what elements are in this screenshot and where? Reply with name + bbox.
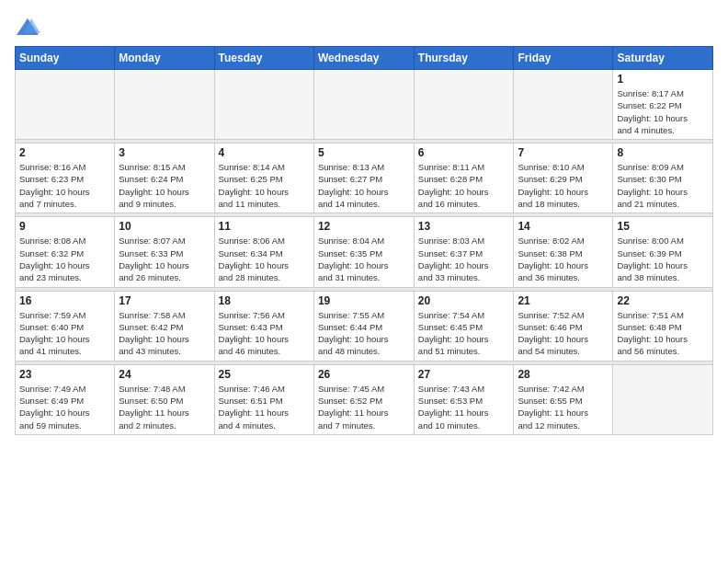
day-number: 27 — [418, 368, 510, 381]
calendar-cell — [313, 70, 414, 140]
calendar-cell: 20Sunrise: 7:54 AM Sunset: 6:45 PM Dayli… — [414, 291, 514, 361]
day-number: 10 — [119, 220, 210, 233]
calendar-cell: 27Sunrise: 7:43 AM Sunset: 6:53 PM Dayli… — [414, 364, 514, 434]
day-info: Sunrise: 7:49 AM Sunset: 6:49 PM Dayligh… — [19, 383, 110, 431]
day-info: Sunrise: 8:08 AM Sunset: 6:32 PM Dayligh… — [19, 235, 110, 283]
day-number: 3 — [119, 146, 210, 159]
day-number: 20 — [418, 294, 510, 307]
day-number: 26 — [318, 368, 410, 381]
day-number: 21 — [518, 294, 609, 307]
day-info: Sunrise: 7:52 AM Sunset: 6:46 PM Dayligh… — [518, 309, 609, 358]
page: SundayMondayTuesdayWednesdayThursdayFrid… — [0, 0, 728, 563]
day-info: Sunrise: 7:43 AM Sunset: 6:53 PM Dayligh… — [418, 383, 510, 431]
calendar-cell: 18Sunrise: 7:56 AM Sunset: 6:43 PM Dayli… — [214, 291, 313, 361]
day-info: Sunrise: 8:10 AM Sunset: 6:29 PM Dayligh… — [518, 161, 609, 210]
calendar-cell — [514, 70, 613, 140]
calendar-cell — [115, 70, 214, 140]
calendar-week-4: 16Sunrise: 7:59 AM Sunset: 6:40 PM Dayli… — [16, 291, 713, 361]
calendar-cell: 4Sunrise: 8:14 AM Sunset: 6:25 PM Daylig… — [214, 144, 313, 213]
day-number: 4 — [219, 146, 310, 159]
day-info: Sunrise: 7:59 AM Sunset: 6:40 PM Dayligh… — [19, 309, 110, 358]
day-info: Sunrise: 7:58 AM Sunset: 6:42 PM Dayligh… — [119, 309, 210, 358]
day-info: Sunrise: 7:55 AM Sunset: 6:44 PM Dayligh… — [318, 309, 410, 358]
calendar-cell — [16, 70, 115, 140]
calendar-cell: 21Sunrise: 7:52 AM Sunset: 6:46 PM Dayli… — [514, 291, 613, 361]
calendar-cell: 5Sunrise: 8:13 AM Sunset: 6:27 PM Daylig… — [313, 144, 414, 213]
day-number: 9 — [19, 220, 110, 233]
day-info: Sunrise: 8:16 AM Sunset: 6:23 PM Dayligh… — [19, 161, 110, 210]
day-info: Sunrise: 7:45 AM Sunset: 6:52 PM Dayligh… — [318, 383, 410, 431]
day-info: Sunrise: 8:13 AM Sunset: 6:27 PM Dayligh… — [318, 161, 410, 210]
calendar-cell: 11Sunrise: 8:06 AM Sunset: 6:34 PM Dayli… — [214, 217, 313, 287]
calendar-cell: 26Sunrise: 7:45 AM Sunset: 6:52 PM Dayli… — [313, 364, 414, 434]
weekday-header-tuesday: Tuesday — [214, 47, 313, 70]
calendar-table: SundayMondayTuesdayWednesdayThursdayFrid… — [15, 46, 713, 435]
logo-icon — [15, 15, 40, 40]
calendar-cell: 2Sunrise: 8:16 AM Sunset: 6:23 PM Daylig… — [16, 144, 115, 213]
calendar-cell: 8Sunrise: 8:09 AM Sunset: 6:30 PM Daylig… — [613, 144, 713, 213]
calendar-cell: 12Sunrise: 8:04 AM Sunset: 6:35 PM Dayli… — [313, 217, 414, 287]
calendar-cell: 25Sunrise: 7:46 AM Sunset: 6:51 PM Dayli… — [214, 364, 313, 434]
day-info: Sunrise: 8:15 AM Sunset: 6:24 PM Dayligh… — [119, 161, 210, 210]
calendar-cell: 14Sunrise: 8:02 AM Sunset: 6:38 PM Dayli… — [514, 217, 613, 287]
day-number: 1 — [617, 73, 709, 86]
calendar-cell — [214, 70, 313, 140]
day-number: 14 — [518, 220, 609, 233]
calendar-cell: 13Sunrise: 8:03 AM Sunset: 6:37 PM Dayli… — [414, 217, 514, 287]
day-number: 11 — [219, 220, 310, 233]
day-info: Sunrise: 7:42 AM Sunset: 6:55 PM Dayligh… — [518, 383, 609, 431]
day-number: 16 — [19, 294, 110, 307]
day-number: 15 — [617, 220, 709, 233]
day-info: Sunrise: 8:09 AM Sunset: 6:30 PM Dayligh… — [617, 161, 709, 210]
weekday-header-monday: Monday — [115, 47, 214, 70]
day-number: 8 — [617, 146, 709, 159]
calendar-cell: 17Sunrise: 7:58 AM Sunset: 6:42 PM Dayli… — [115, 291, 214, 361]
day-number: 22 — [617, 294, 709, 307]
calendar-cell: 7Sunrise: 8:10 AM Sunset: 6:29 PM Daylig… — [514, 144, 613, 213]
calendar-week-5: 23Sunrise: 7:49 AM Sunset: 6:49 PM Dayli… — [16, 364, 713, 434]
day-info: Sunrise: 7:46 AM Sunset: 6:51 PM Dayligh… — [219, 383, 310, 431]
day-number: 12 — [318, 220, 410, 233]
logo — [15, 15, 44, 40]
day-info: Sunrise: 8:14 AM Sunset: 6:25 PM Dayligh… — [219, 161, 310, 210]
weekday-header-saturday: Saturday — [613, 47, 713, 70]
day-number: 23 — [19, 368, 110, 381]
calendar-cell: 10Sunrise: 8:07 AM Sunset: 6:33 PM Dayli… — [115, 217, 214, 287]
day-info: Sunrise: 8:07 AM Sunset: 6:33 PM Dayligh… — [119, 235, 210, 283]
weekday-header-row: SundayMondayTuesdayWednesdayThursdayFrid… — [16, 47, 713, 70]
day-number: 17 — [119, 294, 210, 307]
calendar-cell: 28Sunrise: 7:42 AM Sunset: 6:55 PM Dayli… — [514, 364, 613, 434]
header — [15, 9, 713, 40]
day-info: Sunrise: 8:11 AM Sunset: 6:28 PM Dayligh… — [418, 161, 510, 210]
day-info: Sunrise: 8:00 AM Sunset: 6:39 PM Dayligh… — [617, 235, 709, 283]
day-number: 13 — [418, 220, 510, 233]
calendar-cell — [613, 364, 713, 434]
day-number: 6 — [418, 146, 510, 159]
calendar-cell: 24Sunrise: 7:48 AM Sunset: 6:50 PM Dayli… — [115, 364, 214, 434]
calendar-cell: 3Sunrise: 8:15 AM Sunset: 6:24 PM Daylig… — [115, 144, 214, 213]
calendar-cell — [414, 70, 514, 140]
calendar-week-2: 2Sunrise: 8:16 AM Sunset: 6:23 PM Daylig… — [16, 144, 713, 213]
day-number: 25 — [219, 368, 310, 381]
day-number: 18 — [219, 294, 310, 307]
calendar-cell: 22Sunrise: 7:51 AM Sunset: 6:48 PM Dayli… — [613, 291, 713, 361]
day-number: 28 — [518, 368, 609, 381]
day-number: 24 — [119, 368, 210, 381]
day-info: Sunrise: 8:17 AM Sunset: 6:22 PM Dayligh… — [617, 87, 709, 136]
calendar-cell: 6Sunrise: 8:11 AM Sunset: 6:28 PM Daylig… — [414, 144, 514, 213]
weekday-header-friday: Friday — [514, 47, 613, 70]
day-number: 5 — [318, 146, 410, 159]
day-info: Sunrise: 8:03 AM Sunset: 6:37 PM Dayligh… — [418, 235, 510, 283]
day-number: 7 — [518, 146, 609, 159]
calendar-cell: 15Sunrise: 8:00 AM Sunset: 6:39 PM Dayli… — [613, 217, 713, 287]
weekday-header-thursday: Thursday — [414, 47, 514, 70]
weekday-header-sunday: Sunday — [16, 47, 115, 70]
calendar-cell: 23Sunrise: 7:49 AM Sunset: 6:49 PM Dayli… — [16, 364, 115, 434]
day-info: Sunrise: 7:56 AM Sunset: 6:43 PM Dayligh… — [219, 309, 310, 358]
calendar-cell: 9Sunrise: 8:08 AM Sunset: 6:32 PM Daylig… — [16, 217, 115, 287]
calendar-cell: 16Sunrise: 7:59 AM Sunset: 6:40 PM Dayli… — [16, 291, 115, 361]
calendar-cell: 19Sunrise: 7:55 AM Sunset: 6:44 PM Dayli… — [313, 291, 414, 361]
day-info: Sunrise: 7:51 AM Sunset: 6:48 PM Dayligh… — [617, 309, 709, 358]
day-info: Sunrise: 7:48 AM Sunset: 6:50 PM Dayligh… — [119, 383, 210, 431]
day-info: Sunrise: 8:06 AM Sunset: 6:34 PM Dayligh… — [219, 235, 310, 283]
